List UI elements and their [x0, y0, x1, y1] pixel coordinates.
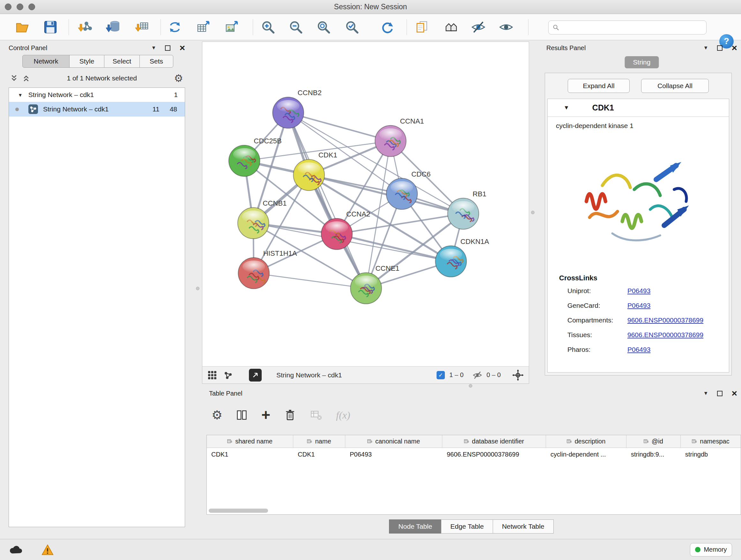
column-header[interactable]: database identifier	[442, 435, 546, 448]
hidden-eye-slash-icon[interactable]	[473, 370, 482, 380]
cloud-icon[interactable]	[9, 545, 22, 555]
table-cell[interactable]: stringdb	[681, 448, 741, 461]
disclosure-triangle-icon[interactable]: ▼	[18, 92, 23, 98]
gear-icon[interactable]: ⚙	[174, 73, 183, 83]
import-network-from-database-button[interactable]	[105, 18, 122, 36]
current-network-dot-icon	[15, 108, 19, 111]
column-header[interactable]: canonical name	[345, 435, 442, 448]
search-input[interactable]	[562, 24, 702, 31]
table-settings-gear-icon[interactable]: ⚙	[212, 409, 222, 421]
open-session-button[interactable]	[13, 18, 31, 36]
table-cell[interactable]: stringdb:9...	[626, 448, 681, 461]
zoom-in-button[interactable]	[259, 18, 277, 36]
refresh-view-button[interactable]	[379, 18, 396, 36]
export-table-button[interactable]	[194, 18, 212, 36]
network-canvas[interactable]: CCNB2CCNA1CDC25BCDK1CDC6RB1CCNB1CCNA2CDK…	[202, 42, 529, 366]
crosslink-label: Tissues:	[567, 331, 627, 339]
function-builder-icon[interactable]: f(x)	[336, 409, 350, 421]
import-network-from-file-button[interactable]	[76, 18, 94, 36]
home-button[interactable]	[442, 18, 460, 36]
zoom-selected-button[interactable]	[343, 18, 361, 36]
network-edge-CCNE1-HIST1H1A[interactable]	[254, 273, 366, 288]
collapse-all-tree-icon[interactable]	[23, 74, 30, 82]
panel-close-icon[interactable]: ×	[731, 44, 737, 52]
crosslink-link[interactable]: 9606.ENSP00000378699	[627, 316, 703, 324]
network-node-CCNB1[interactable]: CCNB1	[238, 199, 286, 239]
panel-collapse-icon[interactable]: ▼	[703, 45, 709, 51]
tab-network-table[interactable]: Network Table	[493, 519, 554, 534]
splitter-handle[interactable]	[196, 287, 199, 290]
panel-float-icon[interactable]	[717, 391, 723, 396]
tab-select[interactable]: Select	[104, 55, 140, 68]
tab-style[interactable]: Style	[69, 55, 105, 68]
zoom-fit-button[interactable]	[315, 18, 333, 36]
panel-collapse-icon[interactable]: ▼	[151, 45, 156, 51]
column-header[interactable]: namespac	[681, 435, 741, 448]
network-node-CDK1[interactable]: CDK1	[293, 151, 337, 190]
splitter-handle[interactable]	[531, 211, 535, 214]
clone-network-button[interactable]	[166, 18, 184, 36]
column-header[interactable]: description	[546, 435, 626, 448]
table-row[interactable]: CDK1 CDK1 P06493 9606.ENSP00000378699 cy…	[207, 448, 741, 461]
network-collection-row[interactable]: ▼ String Network – cdk1 1	[9, 88, 185, 102]
network-graph[interactable]: CCNB2CCNA1CDC25BCDK1CDC6RB1CCNB1CCNA2CDK…	[202, 42, 529, 366]
network-row-selected[interactable]: String Network – cdk1 11 48	[9, 102, 185, 117]
delete-table-icon[interactable]	[310, 409, 323, 422]
crosslink-link[interactable]: P06493	[627, 302, 650, 309]
panel-collapse-icon[interactable]: ▼	[703, 390, 709, 396]
column-header[interactable]: shared name	[207, 435, 293, 448]
network-node-CDKN1A[interactable]: CDKN1A	[435, 238, 489, 277]
import-table-from-file-button[interactable]	[133, 18, 151, 36]
warning-icon[interactable]	[42, 544, 54, 556]
birdseye-network-icon[interactable]	[223, 370, 233, 380]
show-columns-icon[interactable]	[236, 409, 248, 421]
table-cell[interactable]: CDK1	[293, 448, 345, 461]
horizontal-scrollbar-thumb[interactable]	[209, 509, 268, 513]
table-cell[interactable]: P06493	[345, 448, 442, 461]
crosslink-link[interactable]: P06493	[627, 287, 650, 295]
collapse-all-button[interactable]: Collapse All	[641, 79, 709, 93]
expand-all-button[interactable]: Expand All	[568, 79, 630, 93]
disclosure-triangle-icon[interactable]: ▼	[563, 105, 569, 111]
network-node-CCNA1[interactable]: CCNA1	[375, 117, 424, 157]
table-cell[interactable]: cyclin-dependent ...	[546, 448, 626, 461]
table-cell[interactable]: 9606.ENSP00000378699	[442, 448, 546, 461]
network-node-HIST1H1A[interactable]: HIST1H1A	[238, 249, 297, 289]
eye-icon	[499, 20, 514, 35]
network-node-RB1[interactable]: RB1	[448, 190, 486, 229]
node-details-header[interactable]: ▼ CDK1	[548, 99, 729, 117]
network-edge-CCNB2-CCNA1[interactable]	[288, 113, 391, 141]
network-edge-CCNB2-CCNE1[interactable]	[288, 113, 366, 288]
copy-document-button[interactable]	[413, 18, 431, 36]
tab-edge-table[interactable]: Edge Table	[441, 519, 493, 534]
tab-node-table[interactable]: Node Table	[389, 519, 441, 534]
save-session-button[interactable]	[42, 18, 59, 36]
expand-all-tree-icon[interactable]	[10, 74, 17, 82]
add-column-plus-icon[interactable]: +	[261, 410, 270, 421]
results-tab-string[interactable]: String	[625, 56, 659, 68]
fit-crosshair-icon[interactable]	[512, 369, 524, 381]
selected-checkbox-icon[interactable]: ✓	[436, 371, 445, 379]
panel-close-icon[interactable]: ×	[179, 44, 185, 52]
column-header[interactable]: @id	[626, 435, 681, 448]
network-footer: String Network – cdk1 ✓ 1 – 0 0 – 0	[202, 366, 529, 383]
hide-selected-button[interactable]	[469, 18, 487, 36]
crosslink-link[interactable]: 9606.ENSP00000378699	[627, 331, 703, 339]
memory-button[interactable]: Memory	[690, 543, 732, 557]
crosslink-link[interactable]: P06493	[627, 346, 650, 354]
show-all-button[interactable]	[497, 18, 515, 36]
zoom-out-button[interactable]	[287, 18, 305, 36]
panel-close-icon[interactable]: ×	[731, 389, 737, 397]
tab-network[interactable]: Network	[22, 55, 70, 68]
tab-sets[interactable]: Sets	[139, 55, 173, 68]
panel-float-icon[interactable]	[717, 45, 723, 51]
panel-float-icon[interactable]	[165, 45, 171, 51]
grid-view-icon[interactable]	[207, 370, 217, 380]
export-image-button[interactable]	[223, 18, 241, 36]
search-box[interactable]	[548, 20, 706, 35]
open-in-window-button[interactable]	[249, 369, 262, 381]
column-header[interactable]: name	[293, 435, 345, 448]
network-node-CCNB2[interactable]: CCNB2	[273, 89, 321, 128]
table-cell[interactable]: CDK1	[207, 448, 293, 461]
delete-trash-icon[interactable]	[284, 409, 296, 422]
